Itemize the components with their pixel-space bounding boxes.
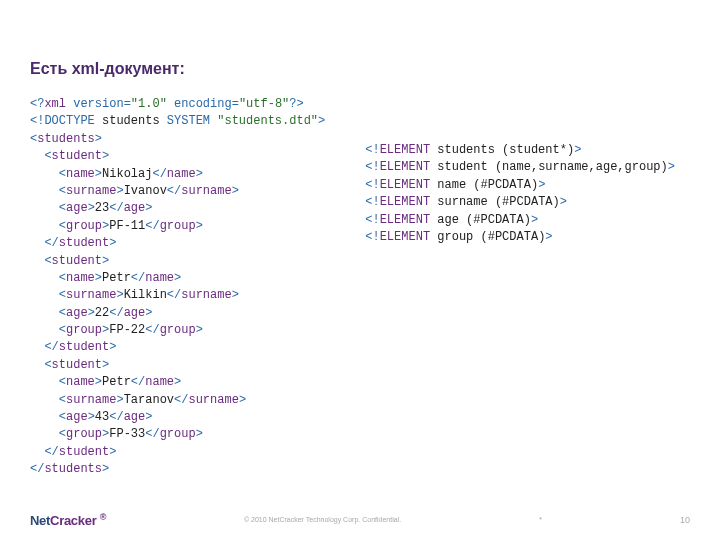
logo-net: Net: [30, 513, 50, 528]
content-area: <?xml version="1.0" encoding="utf-8"?> <…: [30, 96, 690, 479]
page-number: 10: [680, 515, 690, 525]
xml-code-block: <?xml version="1.0" encoding="utf-8"?> <…: [30, 96, 325, 479]
logo: NetCracker ®: [30, 512, 106, 528]
logo-cracker: Cracker: [50, 513, 96, 528]
footer: NetCracker ® © 2010 NetCracker Technolog…: [30, 512, 690, 528]
dtd-code-block: <!ELEMENT students (student*)> <!ELEMENT…: [365, 96, 675, 479]
slide-title: Есть xml-документ:: [30, 60, 690, 78]
logo-reg: ®: [100, 512, 106, 522]
copyright-text: © 2010 NetCracker Technology Corp. Confi…: [244, 516, 401, 523]
footer-star: *: [539, 515, 542, 524]
